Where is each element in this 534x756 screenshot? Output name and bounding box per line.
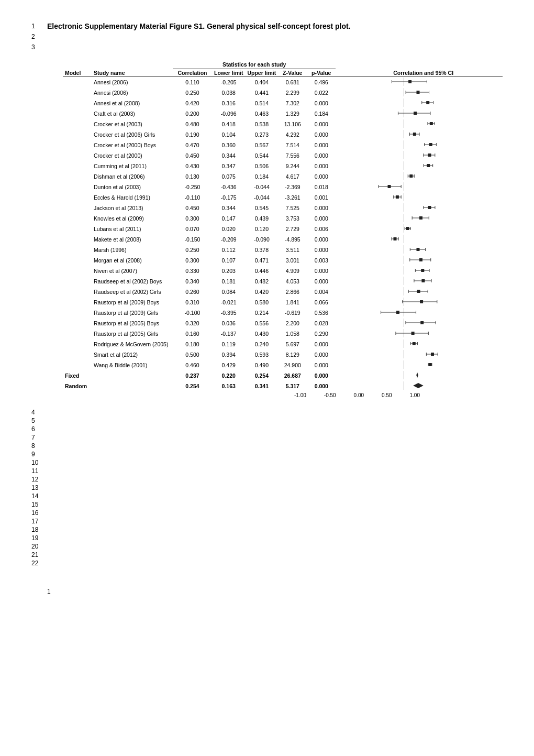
line-num-18: 18: [31, 526, 38, 533]
cell-pval: 0.000: [307, 360, 336, 370]
cell-study: Raudseep et al (2002) Boys: [92, 276, 173, 287]
cell-pval: 0.536: [307, 308, 336, 318]
cell-zval: 4.292: [278, 129, 307, 140]
line-num-9: 9: [31, 451, 35, 458]
cell-corr: 0.250: [173, 87, 212, 98]
table-row: Morgan et al (2008)0.3000.1070.4713.0010…: [63, 255, 503, 266]
cell-pval: 0.000: [307, 381, 336, 391]
summary-diamond: [416, 372, 418, 378]
cell-upper: 0.441: [245, 87, 278, 98]
forest-plot-row: [346, 277, 461, 285]
cell-lower: -0.205: [212, 77, 245, 88]
cell-lower: 0.084: [212, 287, 245, 297]
cell-lower: 0.429: [212, 360, 245, 370]
line-num-22: 22: [31, 560, 38, 567]
col-pval-header: p-Value: [307, 69, 336, 77]
line-num-3: 3: [31, 42, 47, 52]
cell-upper: -0.044: [245, 192, 278, 203]
estimate-square: [413, 342, 416, 345]
forest-plot-row: [346, 287, 461, 295]
cell-model: [63, 77, 92, 88]
table-row: Annesi et al (2008)0.4200.3160.5147.3020…: [63, 98, 503, 108]
cell-model: [63, 318, 92, 328]
cell-study: [92, 381, 173, 391]
cell-lower: 0.075: [212, 171, 245, 182]
forest-plot-row: [346, 203, 461, 212]
cell-corr: 0.254: [173, 381, 212, 391]
estimate-square: [419, 216, 422, 220]
cell-study: Crocker et al (2006) Girls: [92, 129, 173, 140]
cell-corr: -0.250: [173, 182, 212, 192]
cell-lower: 0.181: [212, 276, 245, 287]
cell-zval: 24.900: [278, 360, 307, 370]
cell-study: Annesi (2006): [92, 87, 173, 98]
table-row: Dunton et al (2003)-0.250-0.436-0.044-2.…: [63, 182, 503, 192]
cell-upper: 0.514: [245, 98, 278, 108]
cell-corr: 0.300: [173, 255, 212, 266]
cell-lower: -0.209: [212, 234, 245, 245]
forest-plot-row: [346, 151, 461, 159]
forest-plot-row: [346, 360, 461, 369]
cell-corr: -0.150: [173, 234, 212, 245]
estimate-square: [430, 122, 433, 125]
estimate-square: [417, 91, 420, 94]
cell-pval: 0.018: [307, 182, 336, 192]
cell-zval: 1.841: [278, 297, 307, 308]
forest-plot-row: [346, 381, 461, 390]
cell-study: Wang & Biddle (2001): [92, 360, 173, 370]
estimate-square: [429, 143, 432, 146]
cell-lower: 0.147: [212, 213, 245, 224]
cell-lower: 0.104: [212, 129, 245, 140]
col-upper-header: Upper limit: [245, 69, 278, 77]
cell-lower: 0.344: [212, 150, 245, 161]
estimate-square: [427, 164, 430, 167]
cell-lower: -0.175: [212, 192, 245, 203]
cell-pval: 0.001: [307, 192, 336, 203]
cell-lower: 0.316: [212, 98, 245, 108]
cell-model: [63, 182, 92, 192]
cell-upper: 0.544: [245, 150, 278, 161]
cell-study: Raustorp et al (2005) Girls: [92, 328, 173, 339]
cell-lower: 0.107: [212, 255, 245, 266]
cell-plot: [336, 182, 503, 192]
cell-pval: 0.000: [307, 245, 336, 255]
table-row: Eccles & Harold (1991)-0.110-0.175-0.044…: [63, 192, 503, 203]
table-row: Craft et al (2003)0.200-0.0960.4631.3290…: [63, 108, 503, 119]
forest-plot-row: [346, 329, 461, 337]
cell-pval: 0.000: [307, 213, 336, 224]
cell-study: Cumming et al (2011): [92, 161, 173, 171]
cell-study: Raustorp et al (2009) Boys: [92, 297, 173, 308]
cell-pval: 0.184: [307, 108, 336, 119]
cell-pval: 0.003: [307, 255, 336, 266]
cell-model: [63, 203, 92, 213]
line-num-21: 21: [31, 551, 38, 558]
cell-lower: 0.036: [212, 318, 245, 328]
cell-corr: 0.260: [173, 287, 212, 297]
cell-upper: 0.463: [245, 108, 278, 119]
forest-table: Model Study name Statistics for each stu…: [63, 61, 503, 391]
cell-upper: 0.580: [245, 297, 278, 308]
cell-corr: 0.310: [173, 297, 212, 308]
table-row: Wang & Biddle (2001)0.4600.4290.49024.90…: [63, 360, 503, 370]
cell-lower: 0.038: [212, 87, 245, 98]
cell-plot: [336, 203, 503, 213]
cell-pval: 0.000: [307, 171, 336, 182]
cell-study: Crocker et al (2000) Boys: [92, 140, 173, 150]
estimate-square: [420, 321, 424, 324]
cell-model: [63, 161, 92, 171]
cell-plot: [336, 234, 503, 245]
line-num-5: 5: [31, 417, 35, 424]
cell-model: [63, 224, 92, 234]
cell-plot: [336, 349, 503, 360]
cell-corr: -0.110: [173, 192, 212, 203]
estimate-square: [429, 363, 432, 366]
cell-study: Niven et al (2007): [92, 266, 173, 276]
cell-plot: [336, 161, 503, 171]
forest-plot-row: [346, 319, 461, 327]
cell-corr: 0.340: [173, 276, 212, 287]
estimate-square: [420, 300, 423, 303]
cell-study: Raustorp et al (2009) Girls: [92, 308, 173, 318]
forest-plot-row: [346, 98, 461, 107]
cell-pval: 0.000: [307, 349, 336, 360]
forest-plot-row: [346, 161, 461, 170]
